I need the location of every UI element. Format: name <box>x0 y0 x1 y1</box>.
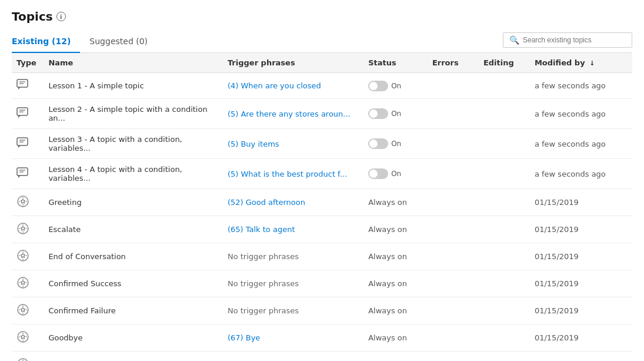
tab-existing[interactable]: Existing (12) <box>12 32 80 53</box>
row-name[interactable]: Greeting <box>48 198 81 207</box>
always-on-label: Always on <box>368 279 407 288</box>
tabs-left: Existing (12) Suggested (0) <box>12 32 157 52</box>
cell-editing <box>479 159 530 189</box>
cell-name: Goodbye <box>44 324 223 352</box>
status-toggle[interactable] <box>368 168 388 179</box>
toggle-wrap: On <box>368 138 423 149</box>
no-trigger-text: No trigger phrases <box>228 279 299 288</box>
cell-type <box>12 243 44 270</box>
col-status: Status <box>363 53 428 73</box>
cell-trigger: No trigger phrases <box>223 297 363 324</box>
cell-editing <box>479 270 530 297</box>
row-name[interactable]: Lesson 3 - A topic with a condition, var… <box>48 135 213 153</box>
chat-topic-icon <box>16 79 29 91</box>
no-trigger-text: No trigger phrases <box>228 252 299 261</box>
always-on-label: Always on <box>368 198 407 207</box>
table-row: Greeting(52) Good afternoonAlways on01/1… <box>12 189 632 216</box>
no-trigger-text: No trigger phrases <box>228 306 299 315</box>
page-header: Topics ℹ <box>12 9 632 24</box>
table-row: End of ConversationNo trigger phrasesAlw… <box>12 243 632 270</box>
table-row: Lesson 3 - A topic with a condition, var… <box>12 129 632 159</box>
cell-editing <box>479 189 530 216</box>
cell-trigger: (65) Talk to agent <box>223 216 363 243</box>
trigger-link[interactable]: (5) What is the best product f... <box>228 170 347 178</box>
system-topic-icon <box>16 222 29 235</box>
more-action-btn[interactable]: ⋮ <box>182 80 195 92</box>
cell-type <box>12 129 44 159</box>
row-name[interactable]: Confirmed Failure <box>48 306 115 315</box>
edit-action-btn[interactable]: ⛭ <box>165 80 178 92</box>
cell-name: Lesson 1 - A simple topic ⓘ ⛭ ⋮ <box>44 73 223 99</box>
cell-editing <box>479 297 530 324</box>
row-name[interactable]: End of Conversation <box>48 252 125 261</box>
col-trigger: Trigger phrases <box>223 53 363 73</box>
search-box[interactable]: 🔍 <box>503 32 632 48</box>
status-toggle[interactable] <box>368 138 388 149</box>
row-name[interactable]: Lesson 1 - A simple topic <box>48 81 144 90</box>
info-icon[interactable]: ℹ <box>56 12 66 21</box>
cell-modified: 01/15/2019 <box>530 189 632 216</box>
trigger-link[interactable]: (65) Talk to agent <box>228 225 295 234</box>
status-toggle[interactable] <box>368 108 388 119</box>
row-name[interactable]: Lesson 2 - A simple topic with a conditi… <box>48 105 213 122</box>
table-row: Goodbye(67) ByeAlways on01/15/2019 <box>12 324 632 352</box>
toggle-label: On <box>391 110 401 118</box>
cell-type <box>12 159 44 189</box>
trigger-link[interactable]: (5) Buy items <box>228 140 279 148</box>
cell-trigger: (5) Buy items <box>223 129 363 159</box>
cell-modified: a few seconds ago <box>530 129 632 159</box>
cell-type <box>12 99 44 129</box>
row-name[interactable]: Lesson 4 - A topic with a condition, var… <box>48 165 213 183</box>
system-topic-icon <box>16 303 29 316</box>
chat-topic-icon <box>16 167 29 179</box>
cell-editing <box>479 352 530 362</box>
info-action-btn[interactable]: ⓘ <box>149 80 162 92</box>
cell-status: Always on <box>363 189 428 216</box>
cell-trigger: (4) When are you closed <box>223 73 363 99</box>
cell-editing <box>479 324 530 352</box>
cell-type <box>12 297 44 324</box>
cell-name: End of Conversation <box>44 243 223 270</box>
trigger-link[interactable]: (4) When are you closed <box>228 81 321 90</box>
cell-type <box>12 352 44 362</box>
cell-errors <box>428 324 479 352</box>
tab-suggested[interactable]: Suggested (0) <box>80 32 157 53</box>
cell-name: Confirmed Failure <box>44 297 223 324</box>
cell-name: Start over <box>44 352 223 362</box>
row-name[interactable]: Confirmed Success <box>48 279 121 288</box>
cell-editing <box>479 216 530 243</box>
status-toggle[interactable] <box>368 81 388 91</box>
toggle-label: On <box>391 82 401 90</box>
cell-editing <box>479 243 530 270</box>
system-topic-icon <box>16 330 29 343</box>
trigger-link[interactable]: (52) Good afternoon <box>228 198 305 207</box>
cell-trigger: (3) start over <box>223 352 363 362</box>
table-row: Start over(3) start overAlways on01/15/2… <box>12 352 632 362</box>
toggle-wrap: On <box>368 108 423 119</box>
page-title: Topics <box>12 9 53 24</box>
search-input[interactable] <box>523 36 626 44</box>
trigger-link[interactable]: (5) Are there any stores aroun... <box>228 110 351 118</box>
cell-errors <box>428 352 479 362</box>
always-on-label: Always on <box>368 225 407 234</box>
cell-status: Always on <box>363 270 428 297</box>
col-modified: Modified by ↓ <box>530 53 632 73</box>
topics-table: Type Name Trigger phrases Status Errors … <box>12 53 632 361</box>
cell-modified: 01/15/2019 <box>530 216 632 243</box>
cell-trigger: (5) What is the best product f... <box>223 159 363 189</box>
cell-name: Greeting <box>44 189 223 216</box>
col-errors: Errors <box>428 53 479 73</box>
cell-status: On <box>363 159 428 189</box>
system-topic-icon <box>16 357 29 361</box>
row-name[interactable]: Escalate <box>48 225 81 234</box>
cell-errors <box>428 73 479 99</box>
sort-icon: ↓ <box>589 59 595 67</box>
cell-status: On <box>363 99 428 129</box>
col-type: Type <box>12 53 44 73</box>
cell-errors <box>428 297 479 324</box>
row-name[interactable]: Goodbye <box>48 333 82 342</box>
toggle-label: On <box>391 140 401 148</box>
cell-errors <box>428 189 479 216</box>
trigger-link[interactable]: (67) Bye <box>228 333 260 342</box>
table-row: Confirmed FailureNo trigger phrasesAlway… <box>12 297 632 324</box>
